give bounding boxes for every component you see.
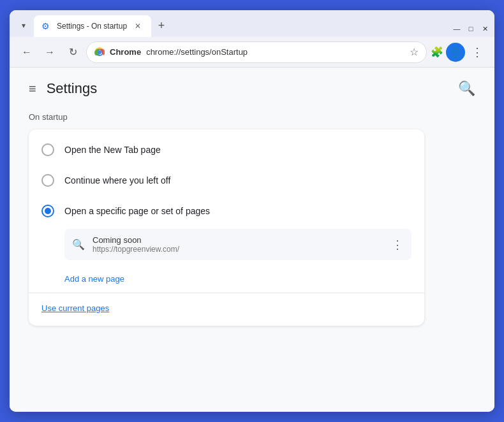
minimize-button[interactable]: —	[452, 24, 461, 33]
settings-main: ≡ Settings 🔍 On startup Open the New Tab…	[10, 68, 494, 412]
browser-window: ▾ ⚙ Settings - On startup ✕ + — □ ✕ ← → …	[10, 10, 494, 412]
settings-page-title: Settings	[47, 80, 98, 97]
title-bar: ▾ ⚙ Settings - On startup ✕ + — □ ✕	[10, 10, 494, 37]
startup-card: Open the New Tab page Continue where you…	[29, 129, 424, 326]
entry-url: https://topgreenview.com/	[93, 245, 384, 254]
option-new-tab[interactable]: Open the New Tab page	[29, 135, 424, 165]
entry-search-icon: 🔍	[72, 238, 85, 251]
radio-selected-dot	[45, 208, 51, 214]
entry-menu-button[interactable]: ⋮	[392, 238, 404, 252]
page-entries: 🔍 Coming soon https://topgreenview.com/ …	[29, 226, 424, 268]
divider	[29, 293, 424, 293]
option-continue[interactable]: Continue where you left off	[29, 165, 424, 196]
browser-menu-button[interactable]: ⋮	[468, 43, 487, 62]
back-button[interactable]: ←	[17, 43, 36, 62]
settings-layout: ≡ Settings 🔍 On startup Open the New Tab…	[10, 68, 494, 412]
section-label: On startup	[29, 112, 475, 122]
sidebar-menu-icon[interactable]: ≡	[29, 82, 36, 96]
new-tab-button[interactable]: +	[152, 17, 170, 34]
entry-text: Coming soon https://topgreenview.com/	[93, 235, 384, 254]
active-tab[interactable]: ⚙ Settings - On startup ✕	[34, 15, 151, 37]
option-new-tab-label: Open the New Tab page	[64, 145, 161, 155]
option-continue-label: Continue where you left off	[64, 175, 170, 186]
nav-bar: ← → ↻ Chrome chrome://settings/onStartup…	[10, 37, 494, 68]
entry-title: Coming soon	[93, 235, 384, 245]
forward-button[interactable]: →	[40, 43, 59, 62]
tab-dropdown[interactable]: ▾	[15, 17, 33, 34]
radio-continue[interactable]	[41, 174, 54, 187]
tab-close-button[interactable]: ✕	[132, 20, 144, 32]
refresh-button[interactable]: ↻	[63, 43, 82, 62]
page-entry: 🔍 Coming soon https://topgreenview.com/ …	[64, 229, 411, 260]
option-specific-label: Open a specific page or set of pages	[64, 206, 210, 216]
tab-bar: ▾ ⚙ Settings - On startup ✕ +	[15, 15, 452, 37]
brand-name: Chrome	[110, 47, 141, 57]
chrome-logo-icon	[94, 47, 105, 57]
radio-new-tab[interactable]	[41, 143, 54, 156]
nav-right-controls: 🧩 👤 ⋮	[431, 43, 487, 62]
settings-search-icon[interactable]: 🔍	[458, 80, 475, 97]
extensions-icon[interactable]: 🧩	[431, 46, 443, 58]
settings-title-row: ≡ Settings	[29, 80, 97, 97]
svg-point-1	[98, 50, 101, 54]
content-area: PC ≡ Settings 🔍 On startup	[10, 68, 494, 412]
add-new-page-link[interactable]: Add a new page	[29, 268, 424, 290]
bookmark-icon[interactable]: ☆	[410, 46, 419, 58]
close-button[interactable]: ✕	[480, 24, 489, 33]
url-display: chrome://settings/onStartup	[146, 47, 404, 57]
radio-specific[interactable]	[41, 205, 54, 217]
dropdown-arrow-icon: ▾	[22, 21, 26, 30]
window-controls: — □ ✕	[452, 24, 489, 33]
option-specific[interactable]: Open a specific page or set of pages	[29, 196, 424, 226]
settings-header: ≡ Settings 🔍	[29, 80, 475, 97]
use-current-pages-link[interactable]: Use current pages	[29, 296, 424, 321]
address-bar[interactable]: Chrome chrome://settings/onStartup ☆	[86, 41, 427, 63]
tab-favicon: ⚙	[41, 21, 52, 31]
tab-title: Settings - On startup	[57, 22, 127, 31]
profile-avatar[interactable]: 👤	[446, 43, 465, 62]
maximize-button[interactable]: □	[466, 24, 475, 33]
